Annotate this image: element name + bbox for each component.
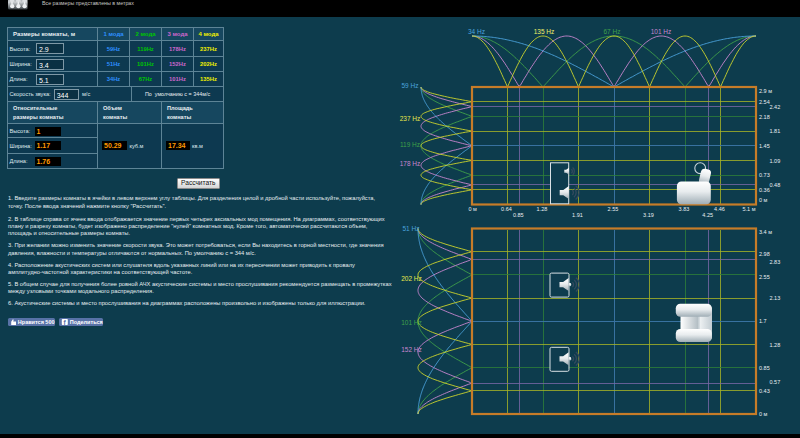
svg-text:2.18: 2.18: [759, 114, 770, 120]
svg-text:4.46: 4.46: [714, 206, 725, 212]
svg-text:59 Hz: 59 Hz: [402, 82, 419, 89]
svg-text:2.55: 2.55: [608, 206, 619, 212]
svg-text:0.73: 0.73: [759, 172, 770, 178]
svg-text:3.19: 3.19: [643, 212, 654, 218]
svg-text:1.7: 1.7: [759, 318, 767, 324]
svg-text:178 Hz: 178 Hz: [400, 160, 421, 167]
svg-text:135 Hz: 135 Hz: [534, 28, 555, 35]
svg-text:2.83: 2.83: [770, 259, 781, 265]
svg-text:2.9 м: 2.9 м: [759, 88, 772, 94]
svg-text:0.57: 0.57: [770, 379, 781, 385]
svg-text:1.81: 1.81: [770, 128, 781, 134]
svg-text:0.43: 0.43: [759, 388, 770, 394]
svg-text:0.64: 0.64: [501, 206, 512, 212]
svg-text:51 Hz: 51 Hz: [403, 225, 420, 232]
svg-text:1.45: 1.45: [759, 143, 770, 149]
svg-text:2.55: 2.55: [759, 274, 770, 280]
svg-text:152 Hz: 152 Hz: [401, 346, 422, 353]
svg-text:34 Hz: 34 Hz: [468, 28, 485, 35]
svg-text:1.28: 1.28: [770, 342, 781, 348]
svg-text:237 Hz: 237 Hz: [400, 115, 421, 122]
svg-text:101 Hz: 101 Hz: [651, 28, 672, 35]
svg-text:2.13: 2.13: [770, 295, 781, 301]
svg-text:0.48: 0.48: [770, 182, 781, 188]
svg-text:119 Hz: 119 Hz: [400, 141, 420, 148]
svg-text:0 м: 0 м: [469, 206, 478, 212]
svg-text:1.91: 1.91: [572, 212, 583, 218]
svg-text:0.36: 0.36: [759, 187, 770, 193]
svg-text:4.25: 4.25: [702, 212, 713, 218]
svg-text:5.1 м: 5.1 м: [743, 206, 756, 212]
svg-text:3.83: 3.83: [679, 206, 690, 212]
svg-text:1.28: 1.28: [537, 206, 548, 212]
svg-text:2.98: 2.98: [759, 251, 770, 257]
svg-text:67 Hz: 67 Hz: [604, 28, 621, 35]
svg-text:0.85: 0.85: [513, 212, 524, 218]
svg-text:202 Hz: 202 Hz: [401, 275, 422, 282]
svg-text:0 м: 0 м: [759, 197, 768, 203]
svg-text:2.42: 2.42: [770, 104, 781, 110]
svg-text:101 Hz: 101 Hz: [401, 319, 422, 326]
svg-text:0 м: 0 м: [759, 411, 768, 417]
svg-text:1.09: 1.09: [770, 158, 781, 164]
svg-text:3.4 м: 3.4 м: [759, 229, 772, 235]
svg-text:2.54: 2.54: [759, 99, 770, 105]
svg-text:0.85: 0.85: [759, 365, 770, 371]
